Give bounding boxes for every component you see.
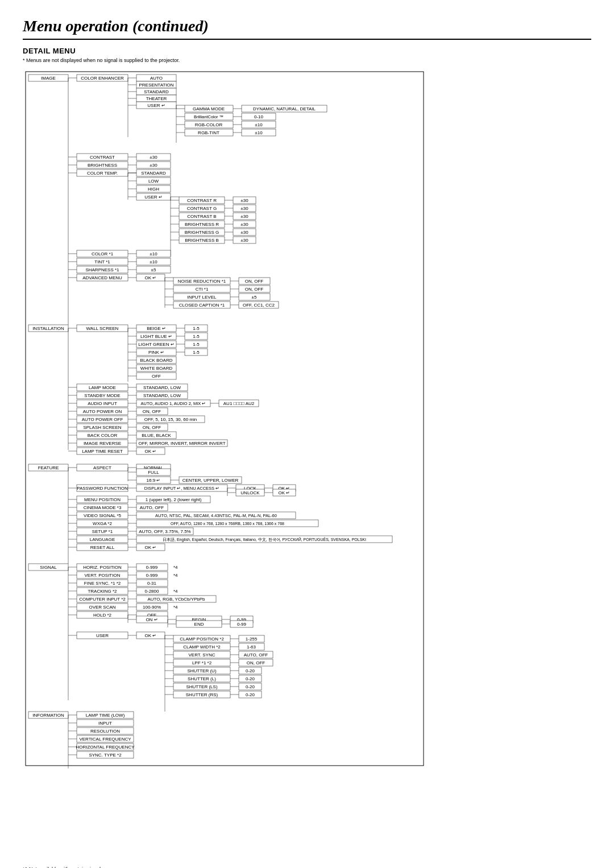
svg-text:BrilliantColor ™: BrilliantColor ™ bbox=[194, 114, 223, 119]
svg-text:OK ↵: OK ↵ bbox=[145, 275, 157, 280]
svg-text:FEATURE: FEATURE bbox=[38, 465, 59, 470]
svg-text:STANDARD: STANDARD bbox=[141, 171, 166, 176]
svg-text:CONTRAST: CONTRAST bbox=[90, 155, 115, 160]
svg-text:BLUE, BLACK: BLUE, BLACK bbox=[142, 433, 171, 438]
svg-text:SPLASH SCREEN: SPLASH SCREEN bbox=[83, 425, 121, 430]
svg-text:BLACK BOARD: BLACK BOARD bbox=[140, 358, 173, 363]
svg-text:SIGNAL: SIGNAL bbox=[40, 565, 57, 570]
svg-text:NOISE REDUCTION *1: NOISE REDUCTION *1 bbox=[178, 279, 226, 284]
svg-text:DISPLAY INPUT ↵, MENU ACCESS ↵: DISPLAY INPUT ↵, MENU ACCESS ↵ bbox=[144, 486, 219, 491]
svg-text:±30: ±30 bbox=[150, 155, 157, 160]
svg-text:0-20: 0-20 bbox=[246, 668, 255, 673]
svg-text:FULL: FULL bbox=[148, 470, 159, 475]
svg-text:LOW: LOW bbox=[148, 179, 159, 184]
svg-text:STANDARD: STANDARD bbox=[144, 89, 169, 94]
svg-text:BRIGHTNESS: BRIGHTNESS bbox=[88, 163, 117, 168]
svg-text:PASSWORD FUNCTION: PASSWORD FUNCTION bbox=[77, 486, 128, 491]
svg-text:INPUT LEVEL: INPUT LEVEL bbox=[188, 295, 217, 300]
svg-text:0-20: 0-20 bbox=[246, 676, 255, 681]
svg-text:1-5: 1-5 bbox=[193, 350, 200, 355]
svg-text:AUTO, AUDIO 1, AUDIO 2, MIX ↵: AUTO, AUDIO 1, AUDIO 2, MIX ↵ bbox=[141, 401, 206, 406]
svg-text:AUTO: AUTO bbox=[150, 76, 163, 81]
svg-text:±30: ±30 bbox=[240, 238, 248, 243]
svg-text:RGB-TINT: RGB-TINT bbox=[198, 130, 219, 135]
svg-text:SHUTTER (LS): SHUTTER (LS) bbox=[186, 684, 217, 689]
svg-text:OFF: OFF bbox=[152, 374, 161, 379]
svg-text:WALL SCREEN: WALL SCREEN bbox=[86, 326, 119, 331]
svg-text:*4: *4 bbox=[173, 565, 178, 570]
svg-text:100-90%: 100-90% bbox=[143, 605, 161, 610]
svg-text:FINE SYNC. *1 *2: FINE SYNC. *1 *2 bbox=[84, 581, 121, 586]
svg-text:0-2800: 0-2800 bbox=[145, 589, 159, 594]
svg-text:CLAMP POSITION *2: CLAMP POSITION *2 bbox=[180, 636, 224, 642]
svg-text:OFF, MIRROR, INVERT, MIRROR IN: OFF, MIRROR, INVERT, MIRROR INVERT bbox=[138, 441, 225, 446]
svg-text:±5: ±5 bbox=[151, 267, 156, 272]
svg-text:ON, OFF: ON, OFF bbox=[247, 660, 265, 666]
svg-text:1 (upper left), 2 (lower right: 1 (upper left), 2 (lower right) bbox=[146, 497, 202, 502]
svg-text:AUTO POWER OFF: AUTO POWER OFF bbox=[82, 417, 123, 422]
svg-text:PINK ↵: PINK ↵ bbox=[148, 350, 164, 355]
svg-text:LIGHT GREEN ↵: LIGHT GREEN ↵ bbox=[138, 342, 174, 347]
svg-text:AUTO, NTSC, PAL, SECAM, 4.43NT: AUTO, NTSC, PAL, SECAM, 4.43NTSC, PAL-M,… bbox=[155, 513, 277, 518]
svg-text:AUTO, OFF, 3.75%, 7.5%: AUTO, OFF, 3.75%, 7.5% bbox=[139, 529, 190, 534]
svg-text:1-5: 1-5 bbox=[193, 342, 200, 347]
svg-text:CINEMA MODE *3: CINEMA MODE *3 bbox=[84, 505, 122, 510]
svg-text:16:9 ↵: 16:9 ↵ bbox=[147, 478, 161, 483]
svg-text:IMAGE REVERSE: IMAGE REVERSE bbox=[84, 441, 121, 446]
svg-text:1-5: 1-5 bbox=[193, 334, 200, 339]
svg-text:*4: *4 bbox=[173, 589, 178, 594]
svg-text:0-20: 0-20 bbox=[246, 692, 255, 697]
svg-text:SYNC. TYPE *2: SYNC. TYPE *2 bbox=[89, 753, 122, 758]
svg-text:CLOSED CAPTION *1: CLOSED CAPTION *1 bbox=[179, 303, 225, 308]
svg-text:ADVANCED MENU: ADVANCED MENU bbox=[82, 275, 122, 280]
svg-text:OFF, CC1, CC2: OFF, CC1, CC2 bbox=[243, 303, 275, 308]
svg-text:COMPUTER INPUT *2: COMPUTER INPUT *2 bbox=[79, 597, 126, 602]
svg-text:*4: *4 bbox=[173, 605, 178, 610]
svg-text:THEATER: THEATER bbox=[146, 96, 167, 101]
svg-text:±10: ±10 bbox=[255, 122, 263, 127]
section-title: DETAIL MENU bbox=[23, 47, 591, 55]
svg-text:USER: USER bbox=[96, 633, 109, 638]
svg-text:±30: ±30 bbox=[240, 222, 248, 227]
svg-text:0-99: 0-99 bbox=[237, 622, 247, 627]
svg-text:CENTER, UPPER, LOWER: CENTER, UPPER, LOWER bbox=[182, 478, 239, 483]
svg-text:GAMMA MODE: GAMMA MODE bbox=[193, 106, 225, 111]
svg-text:±5: ±5 bbox=[252, 295, 257, 300]
svg-text:DYNAMIC, NATURAL, DETAIL: DYNAMIC, NATURAL, DETAIL bbox=[253, 106, 316, 111]
svg-text:UNLOCK: UNLOCK bbox=[240, 490, 260, 495]
svg-text:CONTRAST G: CONTRAST G bbox=[187, 206, 217, 211]
svg-text:COLOR ENHANCER: COLOR ENHANCER bbox=[81, 76, 124, 81]
svg-text:STANDARD, LOW: STANDARD, LOW bbox=[143, 393, 181, 398]
svg-text:TRACKING *2: TRACKING *2 bbox=[88, 589, 117, 594]
page-title: Menu operation (continued) bbox=[23, 17, 591, 40]
svg-text:WXGA *2: WXGA *2 bbox=[93, 521, 112, 526]
svg-text:COLOR TEMP.: COLOR TEMP. bbox=[87, 171, 118, 176]
svg-text:0-31: 0-31 bbox=[147, 581, 157, 586]
svg-text:INSTALLATION: INSTALLATION bbox=[32, 326, 64, 331]
svg-text:BRIGHTNESS B: BRIGHTNESS B bbox=[185, 238, 219, 243]
svg-text:LAMP MODE: LAMP MODE bbox=[89, 385, 116, 390]
svg-text:VERT. SYNC: VERT. SYNC bbox=[189, 652, 215, 658]
svg-text:0-999: 0-999 bbox=[146, 565, 158, 570]
svg-text:HORIZONTAL FREQUENCY: HORIZONTAL FREQUENCY bbox=[76, 745, 135, 750]
svg-text:IMAGE: IMAGE bbox=[41, 76, 56, 81]
svg-text:OK ↵: OK ↵ bbox=[145, 633, 157, 638]
svg-text:CTI *1: CTI *1 bbox=[196, 287, 209, 292]
svg-text:±30: ±30 bbox=[240, 198, 248, 203]
svg-text:STANDARD, LOW: STANDARD, LOW bbox=[143, 385, 181, 390]
svg-text:*4: *4 bbox=[173, 573, 178, 578]
svg-text:ON, OFF: ON, OFF bbox=[143, 409, 161, 414]
svg-text:OVER SCAN: OVER SCAN bbox=[89, 605, 115, 610]
svg-text:AUTO, RGB, YCbCb/YPbPb: AUTO, RGB, YCbCb/YPbPb bbox=[147, 597, 205, 602]
svg-text:1-5: 1-5 bbox=[193, 326, 200, 331]
svg-text:WHITE BOARD: WHITE BOARD bbox=[140, 366, 173, 371]
svg-text:OFF, AUTO, 1280 x 768, 1280 x : OFF, AUTO, 1280 x 768, 1280 x 768RB, 136… bbox=[171, 522, 284, 526]
svg-text:LAMP TIME RESET: LAMP TIME RESET bbox=[82, 449, 123, 454]
svg-text:LIGHT BLUE ↵: LIGHT BLUE ↵ bbox=[140, 334, 172, 339]
svg-text:SHUTTER (L): SHUTTER (L) bbox=[188, 676, 216, 681]
svg-text:COLOR *1: COLOR *1 bbox=[92, 251, 114, 257]
svg-text:SHUTTER (RS): SHUTTER (RS) bbox=[186, 692, 218, 697]
svg-text:LANGUAGE: LANGUAGE bbox=[90, 537, 115, 542]
svg-text:ON ↵: ON ↵ bbox=[146, 617, 157, 622]
svg-text:0-10: 0-10 bbox=[254, 114, 264, 119]
